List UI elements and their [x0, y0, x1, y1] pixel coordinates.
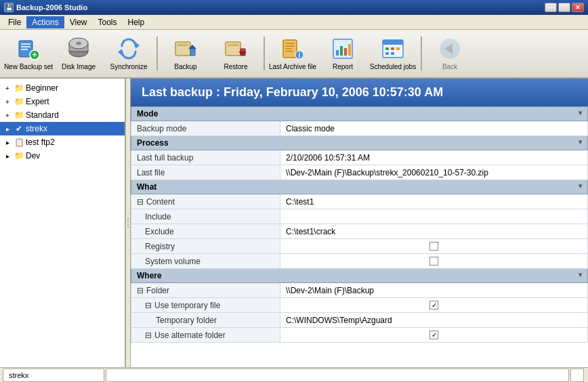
svg-rect-26	[336, 50, 339, 56]
sidebar-splitter[interactable]	[125, 79, 131, 367]
row-include: Include	[131, 209, 588, 224]
section-process-title: Process	[137, 138, 169, 148]
toolbar-backup[interactable]: Backup	[161, 33, 210, 75]
sidebar-item-dev[interactable]: ▸ 📁 Dev	[0, 149, 125, 163]
synchronize-icon	[117, 37, 141, 61]
expand-icon: +	[3, 110, 12, 120]
expand-icon: +	[3, 83, 12, 93]
use-temp-file-value	[280, 298, 588, 313]
svg-rect-35	[396, 47, 400, 50]
menu-bar: File Actions View Tools Help	[0, 15, 588, 30]
toolbar-disk-image[interactable]: Disk Image	[54, 33, 103, 75]
scheduled-jobs-icon	[381, 37, 405, 61]
restore-label: Restore	[224, 63, 247, 70]
menu-file[interactable]: File	[3, 16, 26, 28]
sidebar-item-label: Expert	[26, 97, 49, 106]
status-message	[106, 368, 569, 382]
use-alternate-folder-checkbox[interactable]	[429, 331, 438, 339]
restore-icon	[224, 37, 248, 61]
section-mode-toggle[interactable]: ▾	[579, 109, 582, 116]
svg-rect-27	[340, 46, 343, 56]
use-alternate-folder-label: ⊟Use alternate folder	[131, 328, 280, 343]
maximize-button[interactable]: □	[558, 3, 570, 12]
toolbar-synchronize[interactable]: Synchronize	[104, 33, 153, 75]
synchronize-label: Synchronize	[110, 63, 147, 70]
app-title: Backup-2006 Studio	[16, 3, 87, 12]
sidebar-item-testftp2[interactable]: ▸ 📋 test ftp2	[0, 135, 125, 149]
content-value: C:\test1	[280, 194, 588, 209]
section-where-title: Where	[137, 271, 162, 280]
temp-folder-value: C:\WINDOWS\Temp\Azguard	[280, 313, 588, 328]
toolbar-report[interactable]: Report	[318, 33, 367, 75]
toolbar-separator-2	[264, 37, 265, 70]
toolbar-separator-1	[156, 37, 158, 70]
backup-icon	[173, 37, 198, 61]
sidebar-item-strekx[interactable]: ▸ ✔ strekx	[0, 122, 125, 135]
use-alternate-folder-value	[280, 328, 588, 343]
new-backup-set-icon: +	[16, 37, 41, 61]
row-system-volume: System volume	[131, 254, 588, 269]
toolbar-last-archive-file[interactable]: i Last Archive file	[268, 33, 317, 75]
folder-value: \\Dev-2\Main (F)\Backup	[280, 283, 588, 298]
disk-image-label: Disk Image	[62, 63, 96, 70]
folder-icon: 📁	[14, 96, 24, 107]
status-right	[570, 368, 584, 382]
section-mode-title: Mode	[137, 109, 158, 119]
scheduled-jobs-label: Scheduled jobs	[370, 63, 416, 70]
sidebar-item-standard[interactable]: + 📁 Standard	[0, 108, 125, 122]
section-what-toggle[interactable]: ▾	[579, 182, 582, 190]
content-label: ⊟Content	[131, 194, 280, 209]
title-bar: 💾 Backup-2006 Studio — □ ✕	[0, 0, 588, 15]
row-content: ⊟Content C:\test1	[131, 194, 588, 209]
toolbar-scheduled-jobs[interactable]: Scheduled jobs	[369, 33, 417, 75]
svg-rect-29	[348, 44, 351, 56]
section-where: Where ▾	[131, 269, 588, 283]
system-volume-checkbox[interactable]	[429, 257, 438, 266]
section-where-toggle[interactable]: ▾	[579, 271, 582, 278]
row-temp-folder: Temporary folder C:\WINDOWS\Temp\Azguard	[131, 313, 588, 328]
svg-rect-33	[385, 47, 389, 50]
folder-icon: 📁	[14, 110, 24, 121]
svg-rect-13	[177, 44, 188, 46]
svg-rect-21	[285, 48, 292, 49]
toolbar-back: Back	[425, 33, 474, 75]
sidebar-item-label: Dev	[26, 151, 40, 161]
toolbar-separator-3	[421, 37, 422, 70]
menu-view[interactable]: View	[64, 16, 93, 28]
include-value	[280, 209, 588, 224]
last-full-backup-label: Last full backup	[131, 150, 280, 165]
svg-rect-19	[285, 43, 295, 44]
registry-checkbox[interactable]	[429, 242, 438, 251]
folder-label: ⊟Folder	[131, 283, 280, 298]
backup-mode-value: Classic mode	[280, 121, 588, 136]
section-what: What ▾	[131, 180, 588, 194]
close-button[interactable]: ✕	[572, 3, 584, 12]
last-archive-file-label: Last Archive file	[269, 63, 316, 70]
sidebar-item-beginner[interactable]: + 📁 Beginner	[0, 81, 125, 95]
menu-actions[interactable]: Actions	[26, 16, 64, 28]
row-exclude: Exclude C:\test1\crack	[131, 224, 588, 239]
menu-tools[interactable]: Tools	[93, 16, 123, 28]
svg-rect-34	[391, 47, 394, 50]
last-full-backup-value: 2/10/2006 10:57:31 AM	[280, 150, 588, 165]
row-registry: Registry	[131, 239, 588, 254]
disk-image-icon	[66, 37, 91, 61]
use-temp-file-label: ⊟Use temporary file	[131, 298, 280, 313]
use-temp-file-checkbox[interactable]	[429, 301, 438, 310]
report-label: Report	[333, 63, 353, 70]
row-use-alternate-folder: ⊟Use alternate folder	[131, 328, 588, 343]
menu-help[interactable]: Help	[123, 16, 150, 28]
sidebar-item-label: Standard	[26, 110, 59, 120]
sidebar-item-label: strekx	[26, 124, 47, 133]
toolbar-restore[interactable]: Restore	[211, 33, 260, 75]
status-current-item: strekx	[3, 368, 104, 382]
section-process-toggle[interactable]: ▾	[579, 138, 582, 146]
exclude-value: C:\test1\crack	[280, 224, 588, 239]
last-file-value: \\Dev-2\Main (F)\Backup\strekx_20060210_…	[280, 165, 588, 180]
minimize-button[interactable]: —	[545, 3, 557, 12]
toolbar-new-backup-set[interactable]: + New Backup set	[4, 33, 53, 75]
sidebar-item-expert[interactable]: + 📁 Expert	[0, 95, 125, 108]
status-bar: strekx	[0, 367, 588, 382]
registry-value	[280, 239, 588, 254]
temp-folder-label: Temporary folder	[131, 313, 280, 328]
